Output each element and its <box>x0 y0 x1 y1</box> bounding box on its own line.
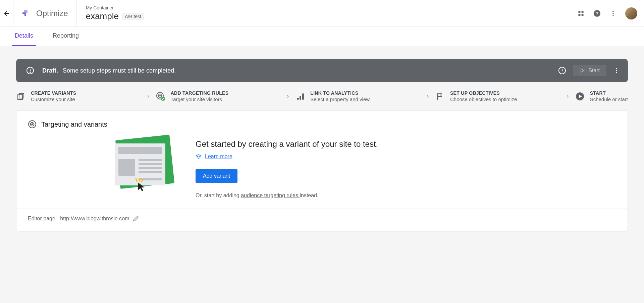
svg-rect-1 <box>582 11 584 13</box>
status-more-icon[interactable] <box>613 67 620 74</box>
status-bar: Draft. Some setup steps must still be co… <box>16 59 628 82</box>
chevron-right-icon <box>562 94 573 99</box>
graduation-icon <box>196 154 202 160</box>
start-button-label: Start <box>588 68 600 74</box>
tab-reporting[interactable]: Reporting <box>50 27 82 46</box>
svg-text:?: ? <box>596 11 599 16</box>
svg-point-16 <box>616 72 617 73</box>
step-subtitle: Choose objectives to optimize <box>450 96 517 102</box>
variant-illustration <box>115 137 175 191</box>
schedule-icon[interactable] <box>558 67 566 75</box>
edit-icon[interactable] <box>133 216 139 222</box>
status-label: Draft. <box>42 67 58 74</box>
tab-details[interactable]: Details <box>12 27 36 46</box>
status-message: Some setup steps must still be completed… <box>63 67 558 74</box>
add-variant-button[interactable]: Add variant <box>196 169 237 183</box>
step-subtitle: Target your site visitors <box>171 96 229 102</box>
learn-more-link[interactable]: Learn more <box>205 154 232 160</box>
svg-rect-18 <box>18 95 22 99</box>
target-icon <box>28 120 37 129</box>
play-circle-icon <box>575 92 585 101</box>
experiment-name: example <box>86 11 119 21</box>
svg-rect-2 <box>579 14 581 16</box>
step-targeting-rules[interactable]: ADD TARGETING RULES Target your site vis… <box>156 90 280 102</box>
svg-point-23 <box>297 98 299 100</box>
start-button[interactable]: Start <box>573 65 606 76</box>
editor-page-label: Editor page: <box>28 216 57 222</box>
alt-action-text: Or, start by adding audience targeting r… <box>196 192 378 199</box>
svg-point-30 <box>32 124 33 125</box>
target-complete-icon <box>156 92 165 101</box>
step-create-variants[interactable]: CREATE VARIANTS Customize your site <box>16 90 141 102</box>
experiment-title-block: My Container example A/B test <box>76 5 144 21</box>
test-type-badge: A/B test <box>122 13 144 20</box>
step-title: START <box>590 90 628 96</box>
svg-rect-24 <box>300 96 301 100</box>
main-content: Draft. Some setup steps must still be co… <box>0 46 644 303</box>
step-objectives[interactable]: SET UP OBJECTIVES Choose objectives to o… <box>435 90 560 102</box>
svg-marker-13 <box>581 69 584 73</box>
svg-point-15 <box>616 70 617 71</box>
svg-point-7 <box>612 13 613 14</box>
chevron-right-icon <box>282 94 293 99</box>
step-subtitle: Customize your site <box>31 96 76 102</box>
apps-icon[interactable] <box>577 9 585 17</box>
app-header: Optimize My Container example A/B test ? <box>0 0 644 27</box>
more-icon[interactable] <box>609 9 617 17</box>
editor-page-row: Editor page: http://www.blogwithrosie.co… <box>16 209 628 222</box>
flag-icon <box>435 92 445 101</box>
help-icon[interactable]: ? <box>593 9 601 17</box>
back-button[interactable] <box>0 0 13 27</box>
svg-rect-0 <box>579 11 581 13</box>
back-arrow-icon <box>3 10 10 17</box>
product-name: Optimize <box>36 9 68 18</box>
chevron-right-icon <box>143 94 154 99</box>
svg-rect-25 <box>302 93 304 100</box>
step-start[interactable]: START Schedule or start <box>575 90 628 102</box>
svg-line-32 <box>140 178 140 181</box>
audience-targeting-link[interactable]: audience targeting rules <box>241 192 300 198</box>
svg-point-11 <box>30 72 31 73</box>
product-logo-block: Optimize <box>13 0 76 27</box>
container-name: My Container <box>86 5 144 10</box>
setup-steps: CREATE VARIANTS Customize your site ADD … <box>16 82 628 110</box>
targeting-card: Targeting and variants <box>16 110 628 231</box>
avatar[interactable] <box>625 7 637 19</box>
header-actions: ? <box>577 7 637 19</box>
svg-point-6 <box>612 11 613 12</box>
step-title: SET UP OBJECTIVES <box>450 90 517 96</box>
chevron-right-icon <box>422 94 433 99</box>
step-subtitle: Select a property and view <box>310 96 370 102</box>
svg-line-33 <box>141 180 143 182</box>
analytics-icon <box>296 92 305 101</box>
play-icon <box>580 68 585 73</box>
editor-page-url: http://www.blogwithrosie.com <box>60 216 129 222</box>
step-title: LINK TO ANALYTICS <box>310 90 370 96</box>
step-subtitle: Schedule or start <box>590 96 628 102</box>
svg-point-21 <box>159 95 161 96</box>
hero-text: Get started by creating a variant of you… <box>196 139 378 149</box>
svg-point-14 <box>616 68 617 69</box>
step-link-analytics[interactable]: LINK TO ANALYTICS Select a property and … <box>296 90 420 102</box>
tabs: Details Reporting <box>0 27 644 46</box>
svg-rect-17 <box>19 93 24 98</box>
step-title: ADD TARGETING RULES <box>171 90 229 96</box>
card-title: Targeting and variants <box>41 121 107 128</box>
step-title: CREATE VARIANTS <box>31 90 76 96</box>
optimize-logo-icon <box>21 8 32 18</box>
svg-point-8 <box>612 15 613 16</box>
svg-line-31 <box>136 178 137 182</box>
svg-rect-3 <box>582 14 584 16</box>
alert-icon <box>26 67 34 75</box>
variants-icon <box>16 92 25 101</box>
